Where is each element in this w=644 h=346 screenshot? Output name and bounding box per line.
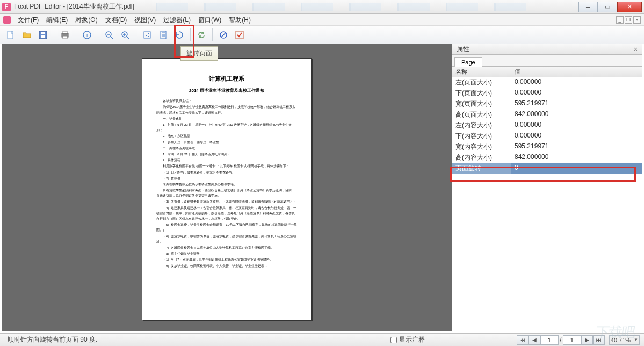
doc-line: （4）退还家具及送还水卡：各宿舍推荐家具（猪、档案家具到时，请各舍长与总务处（西… — [156, 205, 297, 222]
property-value: 595.219971 — [511, 142, 642, 153]
property-row[interactable]: 宽(页面大小)595.219971 — [452, 99, 642, 110]
title-bar: F Foxit PDF Editor - [2014毕业离校工作.pdf] ─ … — [0, 0, 644, 14]
menu-bar: 文件(F) 编辑(E) 对象(O) 文档(D) 视图(V) 过滤器(L) 窗口(… — [0, 14, 644, 26]
doc-line: （6）缴清水电费，以宿舍为单位，缴清水电费，建议宿管缴费先缴，到计算机工程系办公… — [156, 234, 297, 244]
properties-title: 属性 — [457, 45, 469, 54]
doc-heading-1: 计算机工程系 — [156, 74, 297, 84]
check-button[interactable] — [232, 27, 247, 42]
page-number-input[interactable] — [540, 335, 559, 345]
window-title: Foxit PDF Editor - [2014毕业离校工作.pdf] — [14, 2, 134, 11]
doc-line: （3）欠费者：请到财务处缴清所欠费用。（未能按时缴清者，请到系办核结《还款承诺书… — [156, 199, 297, 204]
first-page-button[interactable]: ⏮ — [517, 335, 529, 345]
property-row[interactable]: 下(内容大小)0.000000 — [452, 131, 642, 142]
property-row[interactable]: 宽(内容大小)595.219971 — [452, 142, 642, 153]
svg-rect-6 — [63, 36, 67, 39]
zoom-in-button[interactable] — [118, 27, 133, 42]
fit-width-button[interactable] — [156, 27, 171, 42]
doc-line: 未办理助学贷款还款确认书毕业生到系办签领学籍。 — [156, 182, 297, 187]
mdi-close-button[interactable]: × — [633, 16, 641, 24]
open-button[interactable] — [19, 27, 34, 42]
minimize-button[interactable]: ─ — [578, 2, 598, 12]
property-name: 高(内容大小) — [452, 153, 511, 163]
document-view[interactable]: 计算机工程系 2014 届毕业生毕业教育及离校工作通知 各毕业班及班主任：为保证… — [2, 44, 452, 331]
properties-tab-page[interactable]: Page — [454, 57, 482, 67]
watermark: 下载吧 — [595, 323, 636, 342]
chevron-down-icon: ▼ — [634, 337, 638, 342]
close-button[interactable]: ✕ — [617, 2, 642, 12]
app-icon: F — [2, 3, 11, 11]
zoom-out-button[interactable] — [102, 27, 117, 42]
property-value: 842.000000 — [511, 153, 642, 163]
menu-document[interactable]: 文档(D) — [102, 14, 131, 26]
properties-panel: 属性 × Page 名称 值 左(页面大小)0.000000下(页面大小)0.0… — [452, 44, 642, 331]
menu-edit[interactable]: 编辑(E) — [42, 14, 71, 26]
status-bar: 顺时针方向旋转当前页面 90 度. 显示注释 ⏮ ◀ / ▶ ⏭ 40.71% … — [0, 333, 644, 346]
svg-rect-5 — [63, 31, 67, 33]
doc-line: （7）各班回收校园卡：以班为单位由人到计算机工程系办公室办理校园手续。 — [156, 245, 297, 250]
doc-line: 二、办理毕业离校手续 — [156, 146, 297, 151]
property-row[interactable]: 左(内容大小)0.000000 — [452, 120, 642, 131]
toolbar: i — [0, 26, 644, 44]
new-button[interactable] — [3, 27, 18, 42]
fit-page-button[interactable] — [140, 27, 155, 42]
doc-heading-2: 2014 届毕业生毕业教育及离校工作通知 — [156, 87, 297, 95]
svg-line-10 — [111, 37, 113, 39]
doc-line: 2、地点：东区礼堂 — [156, 133, 297, 139]
menu-file[interactable]: 文件(F) — [14, 14, 42, 26]
property-value: 842.000000 — [511, 110, 642, 120]
menu-window[interactable]: 窗口(W) — [194, 14, 225, 26]
svg-text:i: i — [86, 32, 88, 38]
doc-line: 3、参加人员：班主任、辅导员、毕业生 — [156, 140, 297, 145]
property-name: 下(页面大小) — [452, 88, 511, 99]
property-name: 高(页面大小) — [452, 110, 511, 120]
save-button[interactable] — [35, 27, 50, 42]
refresh-button[interactable] — [194, 27, 209, 42]
menu-view[interactable]: 视图(V) — [131, 14, 160, 26]
next-page-button[interactable]: ▶ — [581, 335, 593, 345]
page-preview[interactable]: 计算机工程系 2014 届毕业生毕业教育及离校工作通知 各毕业班及班主任：为保证… — [142, 58, 312, 320]
forbid-button[interactable] — [216, 27, 231, 42]
property-value: 0 — [511, 163, 642, 174]
property-name: 宽(页面大小) — [452, 99, 511, 110]
show-annotations-checkbox[interactable] — [390, 337, 397, 343]
menu-help[interactable]: 帮助(H) — [225, 14, 255, 26]
property-row[interactable]: 下(页面大小)0.000000 — [452, 88, 642, 99]
doc-line: 一、毕业典礼 — [156, 116, 297, 121]
doc-line: （2）贷款者： — [156, 176, 297, 181]
grid-header-value: 值 — [511, 67, 642, 77]
info-button[interactable]: i — [79, 27, 95, 42]
prev-page-button[interactable]: ◀ — [529, 335, 540, 345]
property-row[interactable]: 高(内容大小)842.000000 — [452, 153, 642, 163]
show-annotations-toggle[interactable]: 显示注释 — [390, 335, 425, 344]
doc-line: （9）发放毕业证、收回离校资料表、个人负责（毕业证、毕业生登记表… — [156, 263, 297, 269]
doc-line: （5）校园卡退费，毕业生校园卡余额退费（10元以下请自己消费完，其他的将退回到建… — [156, 222, 297, 233]
print-button[interactable] — [57, 27, 73, 42]
mdi-restore-button[interactable]: ❐ — [625, 16, 632, 24]
menu-object[interactable]: 对象(O) — [71, 14, 101, 26]
property-value: 0.000000 — [511, 77, 642, 88]
menu-filter[interactable]: 过滤器(L) — [160, 14, 194, 26]
property-value: 0.000000 — [511, 88, 642, 99]
doc-line: 2、具体流程： — [156, 157, 297, 163]
property-row[interactable]: 页面旋转0 — [452, 163, 642, 174]
properties-close-button[interactable]: × — [634, 46, 638, 53]
maximize-button[interactable]: ▭ — [598, 2, 617, 12]
properties-grid: 名称 值 左(页面大小)0.000000下(页面大小)0.000000宽(页面大… — [452, 67, 642, 331]
page-total-display — [563, 335, 581, 345]
svg-line-13 — [127, 37, 129, 39]
grid-header-name: 名称 — [452, 67, 511, 77]
property-value: 0.000000 — [511, 131, 642, 142]
work-area: 计算机工程系 2014 届毕业生毕业教育及离校工作通知 各毕业班及班主任：为保证… — [2, 44, 642, 331]
rotate-page-button[interactable] — [172, 27, 187, 42]
properties-header: 属性 × — [452, 44, 642, 55]
property-value: 595.219971 — [511, 99, 642, 110]
svg-rect-16 — [144, 32, 150, 38]
mdi-minimize-button[interactable]: _ — [616, 16, 624, 24]
property-row[interactable]: 高(页面大小)842.000000 — [452, 110, 642, 120]
doc-line: 1、时间：6 月 23 日（星期一）上午 9:40 至 9:30 进场完毕，各班… — [156, 122, 297, 133]
background-tabs — [156, 3, 578, 11]
property-row[interactable]: 左(页面大小)0.000000 — [452, 77, 642, 88]
status-hint: 顺时针方向旋转当前页面 90 度. — [4, 335, 100, 344]
svg-rect-3 — [41, 32, 45, 34]
doc-line: （1）归还图书：借书未还者，到东区图书馆还书。 — [156, 170, 297, 175]
